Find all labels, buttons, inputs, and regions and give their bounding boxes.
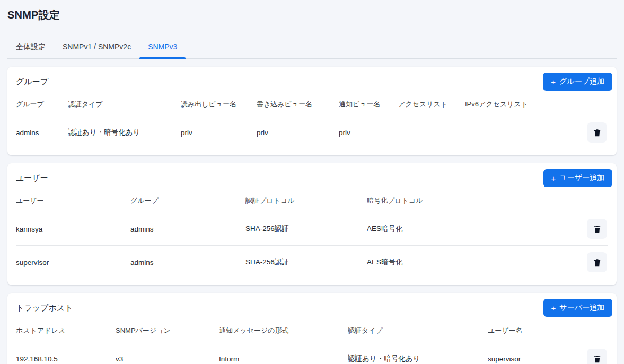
delete-group-button[interactable] [587, 122, 607, 143]
table-row: supervisor admins SHA-256認証 AES暗号化 [16, 246, 608, 279]
table-row: kanrisya admins SHA-256認証 AES暗号化 [16, 212, 608, 246]
column-header: 認証プロトコル [245, 188, 367, 212]
user-table: ユーザー グループ 認証プロトコル 暗号化プロトコル kanrisya admi… [16, 188, 608, 279]
column-header-actions [574, 92, 608, 116]
cell-access-list [398, 116, 465, 149]
column-header: グループ [16, 92, 68, 116]
add-user-button[interactable]: + ユーザー追加 [543, 169, 612, 187]
cell-auth-type: 認証あり・暗号化あり [348, 342, 488, 364]
cell-group: admins [130, 212, 245, 246]
column-header: ユーザー [16, 188, 130, 212]
cell-priv-protocol: AES暗号化 [367, 246, 574, 279]
group-table: グループ 認証タイプ 読み出しビュー名 書き込みビュー名 通知ビュー名 アクセス… [16, 92, 608, 149]
add-server-button-label: サーバー追加 [559, 303, 604, 313]
group-section-card: グループ + グループ追加 グループ 認証タイプ 読み出しビュー名 書き込みビュ… [7, 67, 617, 155]
delete-user-button[interactable] [587, 252, 607, 272]
table-row: admins 認証あり・暗号化あり priv priv priv [16, 116, 608, 149]
section-title-trap-host: トラップホスト [16, 303, 73, 313]
column-header: IPv6アクセスリスト [465, 92, 574, 116]
cell-notify-format: Inform [219, 342, 348, 364]
trash-icon [593, 258, 602, 267]
add-server-button[interactable]: + サーバー追加 [543, 299, 612, 317]
column-header: SNMPバージョン [116, 318, 219, 342]
delete-server-button[interactable] [587, 349, 607, 364]
trap-host-table-header-row: ホストアドレス SNMPバージョン 通知メッセージの形式 認証タイプ ユーザー名 [16, 318, 608, 342]
user-section-header: ユーザー + ユーザー追加 [16, 169, 608, 187]
column-header: 認証タイプ [68, 92, 181, 116]
group-table-header-row: グループ 認証タイプ 読み出しビュー名 書き込みビュー名 通知ビュー名 アクセス… [16, 92, 608, 116]
column-header: 読み出しビュー名 [181, 92, 257, 116]
column-header: 通知ビュー名 [339, 92, 398, 116]
tab-general[interactable]: 全体設定 [7, 37, 54, 58]
add-group-button-label: グループ追加 [559, 77, 604, 86]
snmp-settings-page: SNMP設定 全体設定 SNMPv1 / SNMPv2c SNMPv3 グループ… [0, 0, 624, 364]
cell-auth-protocol: SHA-256認証 [245, 246, 367, 279]
cell-auth-type: 認証あり・暗号化あり [68, 116, 181, 149]
table-row: 192.168.10.5 v3 Inform 認証あり・暗号化あり superv… [16, 342, 608, 364]
user-table-header-row: ユーザー グループ 認証プロトコル 暗号化プロトコル [16, 188, 608, 212]
column-header-actions [574, 318, 608, 342]
plus-icon: + [551, 304, 556, 312]
column-header-actions [574, 188, 608, 212]
column-header: 認証タイプ [348, 318, 488, 342]
cell-write-view: priv [257, 116, 339, 149]
cell-group-name: admins [16, 116, 68, 149]
tab-bar: 全体設定 SNMPv1 / SNMPv2c SNMPv3 [7, 37, 617, 59]
cell-read-view: priv [181, 116, 257, 149]
column-header: グループ [130, 188, 245, 212]
column-header: ユーザー名 [488, 318, 574, 342]
cell-priv-protocol: AES暗号化 [367, 212, 574, 246]
cell-notify-view: priv [339, 116, 398, 149]
tab-snmpv1-v2c[interactable]: SNMPv1 / SNMPv2c [54, 37, 139, 58]
trash-icon [593, 354, 602, 363]
page-title: SNMP設定 [7, 0, 617, 22]
add-user-button-label: ユーザー追加 [559, 173, 604, 183]
trap-host-section-header: トラップホスト + サーバー追加 [16, 299, 608, 317]
cell-auth-protocol: SHA-256認証 [245, 212, 367, 246]
column-header: 書き込みビュー名 [257, 92, 339, 116]
column-header: 暗号化プロトコル [367, 188, 574, 212]
tab-snmpv3[interactable]: SNMPv3 [139, 37, 186, 58]
cell-user-name: supervisor [488, 342, 574, 364]
column-header: アクセスリスト [398, 92, 465, 116]
user-section-card: ユーザー + ユーザー追加 ユーザー グループ 認証プロトコル 暗号化プロトコル [7, 163, 617, 285]
column-header: 通知メッセージの形式 [219, 318, 348, 342]
plus-icon: + [551, 78, 556, 86]
cell-user-name: kanrisya [16, 212, 130, 246]
section-title-user: ユーザー [16, 173, 48, 183]
cell-host-address: 192.168.10.5 [16, 342, 116, 364]
cell-ipv6-access-list [465, 116, 574, 149]
cell-snmp-version: v3 [116, 342, 219, 364]
trap-host-section-card: トラップホスト + サーバー追加 ホストアドレス SNMPバージョン 通知メッセ… [7, 293, 617, 364]
group-section-header: グループ + グループ追加 [16, 73, 608, 91]
column-header: ホストアドレス [16, 318, 116, 342]
delete-user-button[interactable] [587, 219, 607, 239]
plus-icon: + [551, 174, 556, 182]
cell-group: admins [130, 246, 245, 279]
section-title-group: グループ [16, 77, 48, 87]
trash-icon [593, 128, 602, 137]
trap-host-table: ホストアドレス SNMPバージョン 通知メッセージの形式 認証タイプ ユーザー名… [16, 318, 608, 364]
cell-user-name: supervisor [16, 246, 130, 279]
trash-icon [593, 225, 602, 234]
add-group-button[interactable]: + グループ追加 [543, 73, 612, 91]
